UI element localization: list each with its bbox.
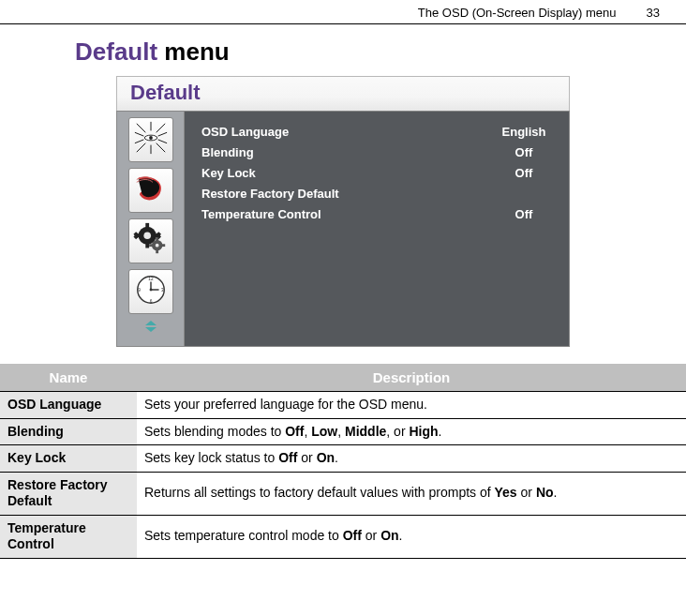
desc-bold: Off — [343, 528, 362, 543]
svg-line-6 — [136, 124, 145, 133]
table-cell-desc: Sets key lock status to Off or On. — [137, 445, 686, 473]
desc-text: Sets blending modes to — [144, 424, 285, 439]
desc-bold: Middle — [345, 424, 386, 439]
osd-body: 12 3 6 9 OSD Language English — [116, 111, 570, 347]
desc-bold: Yes — [495, 485, 517, 500]
svg-point-35 — [149, 289, 152, 292]
desc-text: Sets your preferred language for the OSD… — [144, 397, 427, 412]
osd-item-label: OSD Language — [201, 125, 289, 139]
svg-line-4 — [157, 140, 167, 143]
osd-panel: Default — [116, 76, 570, 347]
osd-item-temperature-control[interactable]: Temperature Control Off — [201, 203, 552, 224]
osd-title-bar: Default — [116, 76, 570, 111]
page-header: The OSD (On-Screen Display) menu 33 — [0, 0, 686, 24]
svg-rect-24 — [156, 249, 158, 253]
svg-text:9: 9 — [138, 288, 141, 293]
sidebar-tile-streamline[interactable] — [128, 168, 173, 213]
svg-text:6: 6 — [149, 299, 152, 304]
desc-text: . — [439, 424, 442, 439]
osd-item-value: Off — [496, 166, 552, 180]
table-header-desc: Description — [137, 364, 686, 392]
table-cell-desc: Sets temperature control mode to Off or … — [137, 515, 686, 558]
osd-item-label: Blending — [201, 145, 254, 159]
scroll-hint-icon — [142, 320, 159, 333]
desc-bold: On — [380, 528, 398, 543]
svg-rect-23 — [156, 237, 158, 241]
desc-text: , or — [386, 424, 409, 439]
osd-item-value: English — [496, 125, 552, 139]
osd-item-blending[interactable]: Blending Off — [201, 142, 552, 162]
desc-text: Returns all settings to factory default … — [144, 485, 495, 500]
svg-line-9 — [136, 143, 145, 153]
sidebar-tile-iris[interactable] — [128, 117, 173, 162]
svg-rect-14 — [145, 243, 149, 248]
svg-rect-25 — [149, 244, 153, 247]
osd-item-restore-factory-default[interactable]: Restore Factory Default — [201, 183, 552, 203]
svg-line-7 — [134, 132, 143, 136]
iris-icon — [133, 120, 169, 159]
svg-point-1 — [149, 136, 153, 140]
table-cell-desc: Returns all settings to factory default … — [137, 472, 686, 515]
table-header-name: Name — [0, 364, 137, 392]
osd-item-value: Off — [496, 145, 552, 159]
table-cell-desc: Sets blending modes to Off, Low, Middle,… — [137, 418, 686, 445]
desc-bold: No — [536, 485, 554, 500]
streamline-icon — [133, 171, 169, 210]
header-section-name: The OSD (On-Screen Display) menu — [418, 6, 617, 20]
svg-rect-13 — [145, 223, 149, 229]
table-row: Temperature Control Sets temperature con… — [0, 515, 686, 558]
svg-point-27 — [155, 244, 158, 248]
osd-item-osd-language[interactable]: OSD Language English — [201, 121, 552, 142]
svg-rect-26 — [161, 244, 165, 247]
desc-bold: Off — [278, 450, 297, 465]
table-row: Restore Factory Default Returns all sett… — [0, 472, 686, 515]
table-cell-name: Temperature Control — [0, 515, 137, 558]
desc-bold: Off — [285, 424, 304, 439]
desc-text: or — [362, 528, 380, 543]
osd-menu: OSD Language English Blending Off Key Lo… — [185, 112, 569, 346]
description-table: Name Description OSD Language Sets your … — [0, 364, 686, 559]
desc-text: Sets temperature control mode to — [144, 528, 343, 543]
desc-text: or — [517, 485, 536, 500]
page-title: Default menu — [75, 38, 686, 67]
desc-text: . — [399, 528, 403, 543]
osd-sidebar: 12 3 6 9 — [117, 112, 185, 346]
header-page-number: 33 — [647, 6, 660, 20]
desc-text: Sets key lock status to — [144, 450, 278, 465]
svg-line-5 — [156, 143, 165, 153]
osd-item-key-lock[interactable]: Key Lock Off — [201, 162, 552, 183]
table-row: Blending Sets blending modes to Off, Low… — [0, 418, 686, 445]
svg-line-8 — [134, 140, 143, 143]
desc-text: or — [297, 450, 316, 465]
table-cell-name: Restore Factory Default — [0, 472, 137, 515]
svg-line-3 — [157, 132, 167, 136]
osd-title: Default — [130, 81, 201, 104]
osd-item-label: Key Lock — [201, 166, 256, 180]
sidebar-tile-gear[interactable] — [128, 218, 173, 263]
clock-icon: 12 3 6 9 — [133, 272, 169, 311]
page-title-rest: menu — [157, 38, 230, 66]
svg-text:3: 3 — [161, 288, 164, 293]
table-row: OSD Language Sets your preferred languag… — [0, 392, 686, 419]
desc-text: . — [335, 450, 338, 465]
desc-bold: Low — [311, 424, 337, 439]
desc-bold: On — [317, 450, 335, 465]
table-cell-desc: Sets your preferred language for the OSD… — [137, 392, 686, 419]
table-row: Key Lock Sets key lock status to Off or … — [0, 445, 686, 473]
gear-icon — [133, 221, 169, 261]
sidebar-tile-clock[interactable]: 12 3 6 9 — [128, 269, 173, 314]
desc-text: , — [337, 424, 345, 439]
desc-bold: High — [409, 424, 438, 439]
svg-text:12: 12 — [148, 277, 154, 281]
table-cell-name: Blending — [0, 418, 137, 445]
table-cell-name: OSD Language — [0, 392, 137, 419]
osd-item-value: Off — [496, 207, 552, 221]
osd-item-label: Restore Factory Default — [201, 187, 339, 201]
svg-point-21 — [143, 232, 151, 239]
table-cell-name: Key Lock — [0, 445, 137, 473]
svg-line-2 — [156, 124, 165, 133]
osd-item-label: Temperature Control — [201, 207, 321, 221]
table-header-row: Name Description — [0, 364, 686, 392]
desc-text: . — [554, 485, 558, 500]
page-title-accent: Default — [75, 38, 157, 66]
